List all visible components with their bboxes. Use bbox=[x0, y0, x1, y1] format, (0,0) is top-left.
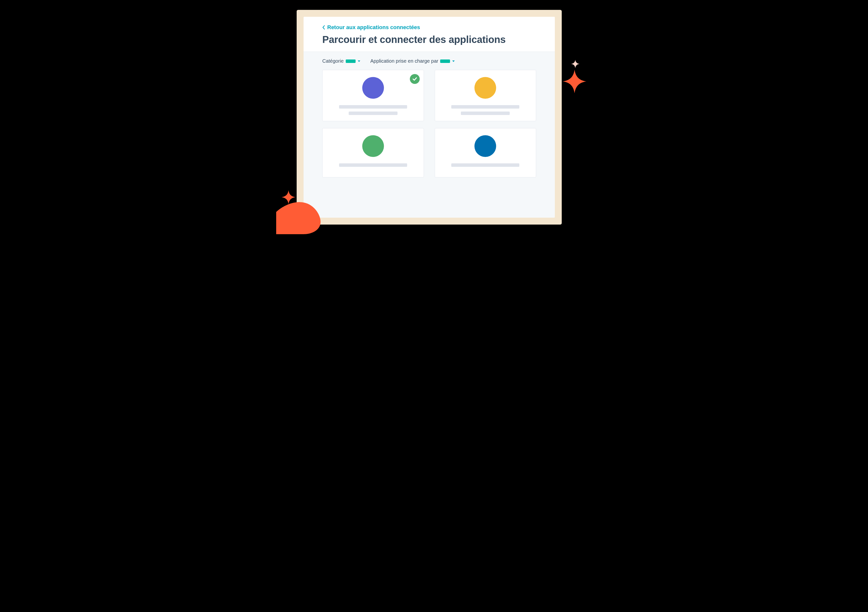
leaf-decoration bbox=[276, 202, 321, 234]
filter-category-value-placeholder bbox=[346, 59, 356, 63]
app-card[interactable] bbox=[435, 70, 536, 121]
app-title-placeholder bbox=[451, 105, 519, 109]
header: Retour aux applications connectées Parco… bbox=[304, 17, 555, 52]
connected-check-icon bbox=[410, 74, 420, 84]
app-card[interactable] bbox=[322, 70, 424, 121]
filter-supported-by-value-placeholder bbox=[440, 59, 450, 63]
app-subtitle-placeholder bbox=[461, 112, 510, 115]
app-title-placeholder bbox=[339, 105, 407, 109]
app-grid bbox=[322, 70, 536, 177]
app-subtitle-placeholder bbox=[349, 112, 397, 115]
chevron-down-icon bbox=[452, 60, 455, 62]
app-avatar-icon bbox=[362, 77, 384, 99]
filter-category[interactable]: Catégorie bbox=[322, 58, 361, 64]
stage: Retour aux applications connectées Parco… bbox=[273, 0, 595, 227]
app-title-placeholder bbox=[339, 163, 407, 167]
filter-supported-by-label: Application prise en charge par bbox=[370, 58, 439, 64]
filter-supported-by[interactable]: Application prise en charge par bbox=[370, 58, 455, 64]
filter-category-label: Catégorie bbox=[322, 58, 344, 64]
app-window: Retour aux applications connectées Parco… bbox=[304, 17, 555, 217]
page-title: Parcourir et connecter des applications bbox=[322, 34, 536, 45]
back-link-label: Retour aux applications connectées bbox=[327, 24, 420, 31]
chevron-down-icon bbox=[358, 60, 361, 62]
app-avatar-icon bbox=[474, 77, 496, 99]
content-area: Catégorie Application prise en charge pa… bbox=[304, 52, 555, 217]
app-title-placeholder bbox=[451, 163, 519, 167]
app-avatar-icon bbox=[362, 135, 384, 157]
back-link[interactable]: Retour aux applications connectées bbox=[322, 24, 420, 31]
chevron-left-icon bbox=[322, 25, 325, 30]
app-card[interactable] bbox=[322, 128, 424, 177]
sparkle-icon bbox=[563, 70, 586, 93]
app-avatar-icon bbox=[474, 135, 496, 157]
screenshot-frame: Retour aux applications connectées Parco… bbox=[297, 10, 562, 225]
filter-bar: Catégorie Application prise en charge pa… bbox=[322, 58, 536, 64]
sparkle-icon bbox=[571, 60, 580, 68]
app-card[interactable] bbox=[435, 128, 536, 177]
